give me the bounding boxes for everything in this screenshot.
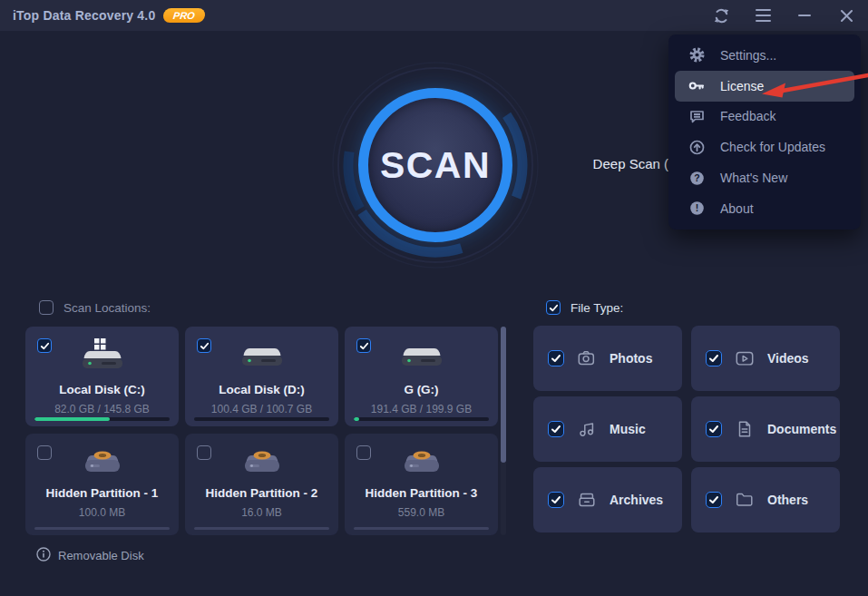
menu-item-label: Settings... xyxy=(720,48,776,63)
archives-icon xyxy=(576,490,598,510)
disk-icon xyxy=(185,345,338,370)
file-type-item-label: Music xyxy=(610,422,646,436)
menu-item-license[interactable]: License xyxy=(675,71,854,102)
disk-capacity: 100.4 GB / 100.7 GB xyxy=(189,403,335,415)
disk-card-hidden-1[interactable]: Hidden Partition - 1 100.0 MB xyxy=(25,434,179,535)
file-type-item-label: Photos xyxy=(610,351,652,366)
svg-text:?: ? xyxy=(694,172,699,183)
file-type-item-label: Others xyxy=(767,493,808,507)
disk-grid: Local Disk (C:) 82.0 GB / 145.8 GB Local… xyxy=(25,327,498,535)
file-type-header: File Type: xyxy=(546,300,623,315)
disk-capacity: 16.0 MB xyxy=(189,506,335,519)
file-type-card-archives[interactable]: Archives xyxy=(533,467,682,532)
app-window: iTop Data Recovery 4.0 PRO xyxy=(0,0,868,596)
file-type-card-music[interactable]: Music xyxy=(533,396,682,462)
removable-disk-label: Removable Disk xyxy=(58,549,144,562)
menu-item-label: Feedback xyxy=(720,109,775,123)
disk-card-local-c[interactable]: Local Disk (C:) 82.0 GB / 145.8 GB xyxy=(25,327,179,426)
file-type-item-checkbox[interactable] xyxy=(706,350,722,366)
file-type-item-checkbox[interactable] xyxy=(706,421,722,437)
app-menu-dropdown: Settings... License Feedback xyxy=(668,34,861,230)
hidden-partition-icon xyxy=(185,448,338,473)
disk-usage-bar xyxy=(194,417,329,421)
photos-icon xyxy=(576,348,598,368)
menu-item-label: What's New xyxy=(720,171,787,185)
whats-new-icon: ? xyxy=(688,171,705,186)
scan-locations-label: Scan Locations: xyxy=(63,301,151,315)
file-type-item-label: Archives xyxy=(610,493,663,507)
close-icon[interactable] xyxy=(837,6,855,24)
menu-item-settings[interactable]: Settings... xyxy=(675,40,854,71)
hidden-partition-icon xyxy=(25,448,179,473)
disk-name: G (G:) xyxy=(348,383,494,396)
disk-usage-bar xyxy=(354,527,489,530)
disk-usage-bar xyxy=(354,417,489,421)
menu-item-label: License xyxy=(720,79,764,93)
disk-card-hidden-2[interactable]: Hidden Partition - 2 16.0 MB xyxy=(185,434,338,535)
disk-name: Local Disk (C:) xyxy=(29,383,175,396)
disk-capacity: 100.0 MB xyxy=(29,506,175,519)
feedback-icon xyxy=(688,109,705,124)
minimize-icon[interactable] xyxy=(795,6,814,24)
file-type-card-videos[interactable]: Videos xyxy=(691,326,840,391)
scan-button[interactable]: SCAN xyxy=(358,88,512,242)
others-icon xyxy=(734,490,756,510)
svg-text:!: ! xyxy=(695,203,698,214)
disk-capacity: 82.0 GB / 145.8 GB xyxy=(29,403,175,415)
menu-item-label: About xyxy=(720,201,754,216)
disk-name: Hidden Partition - 3 xyxy=(348,486,494,500)
gear-icon xyxy=(688,47,705,63)
documents-icon xyxy=(734,419,756,439)
file-type-label: File Type: xyxy=(571,301,623,315)
file-type-card-documents[interactable]: Documents xyxy=(691,396,840,462)
disk-icon xyxy=(345,345,498,370)
menu-item-whats-new[interactable]: ? What's New xyxy=(675,162,854,193)
info-icon xyxy=(36,547,51,564)
videos-icon xyxy=(734,348,756,368)
deep-scan-label[interactable]: Deep Scan ( xyxy=(593,156,668,171)
menu-item-label: Check for Updates xyxy=(720,140,825,154)
removable-disk-note: Removable Disk xyxy=(36,547,144,564)
file-type-item-checkbox[interactable] xyxy=(548,350,564,366)
scan-button-area: SCAN xyxy=(331,61,540,269)
app-title: iTop Data Recovery 4.0 xyxy=(13,8,155,23)
disk-usage-bar xyxy=(34,417,170,421)
update-icon xyxy=(688,140,705,155)
hidden-partition-icon xyxy=(345,448,498,473)
file-type-checkbox[interactable] xyxy=(546,300,561,315)
menu-item-about[interactable]: ! About xyxy=(675,193,854,224)
key-icon xyxy=(688,78,705,93)
file-type-card-photos[interactable]: Photos xyxy=(533,326,682,391)
disk-name: Local Disk (D:) xyxy=(189,383,335,396)
scan-button-label: SCAN xyxy=(380,144,491,187)
pro-badge: PRO xyxy=(163,8,207,23)
menu-item-feedback[interactable]: Feedback xyxy=(675,102,854,132)
file-type-item-checkbox[interactable] xyxy=(706,492,722,508)
file-type-card-others[interactable]: Others xyxy=(691,467,840,532)
disk-list-scrollbar[interactable] xyxy=(501,327,506,535)
scan-locations-header: Scan Locations: xyxy=(39,300,151,315)
file-type-grid: Photos Videos xyxy=(533,326,840,532)
scan-locations-checkbox[interactable] xyxy=(39,300,54,315)
file-type-item-label: Videos xyxy=(767,351,809,366)
music-icon xyxy=(576,419,598,439)
file-type-item-label: Documents xyxy=(767,422,836,436)
disk-name: Hidden Partition - 1 xyxy=(29,486,175,500)
disk-capacity: 559.0 MB xyxy=(348,506,494,519)
disk-card-local-d[interactable]: Local Disk (D:) 100.4 GB / 100.7 GB xyxy=(185,327,338,426)
menu-item-check-updates[interactable]: Check for Updates xyxy=(675,132,854,162)
about-icon: ! xyxy=(688,200,705,216)
windows-disk-icon xyxy=(25,337,179,373)
disk-card-hidden-3[interactable]: Hidden Partition - 3 559.0 MB xyxy=(345,434,498,535)
disk-card-g[interactable]: G (G:) 191.4 GB / 199.9 GB xyxy=(345,327,498,426)
disk-usage-bar xyxy=(194,527,329,530)
disk-usage-bar xyxy=(34,527,170,530)
menu-icon[interactable] xyxy=(754,6,772,24)
scrollbar-thumb[interactable] xyxy=(501,327,506,463)
window-controls xyxy=(712,6,855,24)
refresh-icon[interactable] xyxy=(712,6,730,24)
file-type-item-checkbox[interactable] xyxy=(548,421,564,437)
disk-name: Hidden Partition - 2 xyxy=(189,486,335,500)
titlebar: iTop Data Recovery 4.0 PRO xyxy=(0,0,868,31)
file-type-item-checkbox[interactable] xyxy=(548,492,564,508)
